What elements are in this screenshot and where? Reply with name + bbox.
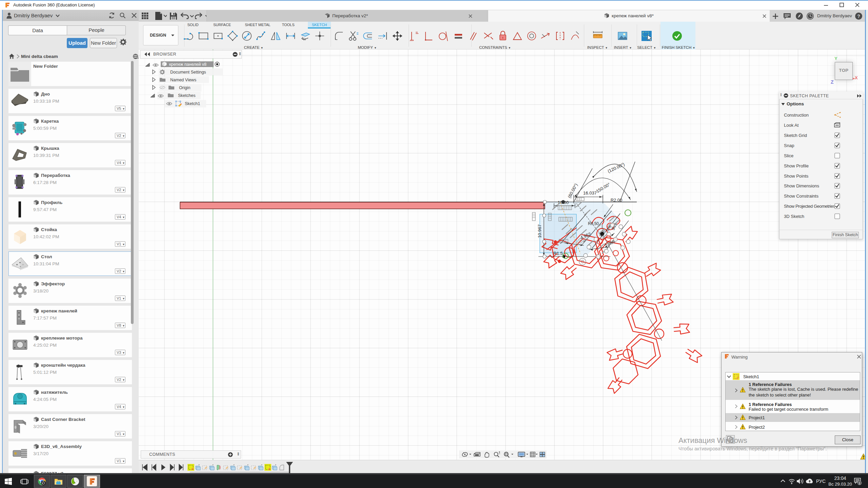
svg-text:R2.00: R2.00 <box>611 198 623 203</box>
svg-text:R1.5: R1.5 <box>553 251 563 256</box>
svg-text:?: ? <box>857 14 860 19</box>
svg-text:1: 1 <box>859 482 860 485</box>
svg-text:150.00°: 150.00° <box>595 182 611 194</box>
svg-text:16.037: 16.037 <box>583 190 597 196</box>
svg-text:(120.00°): (120.00°) <box>607 162 626 174</box>
svg-text:10.967: 10.967 <box>537 224 542 238</box>
